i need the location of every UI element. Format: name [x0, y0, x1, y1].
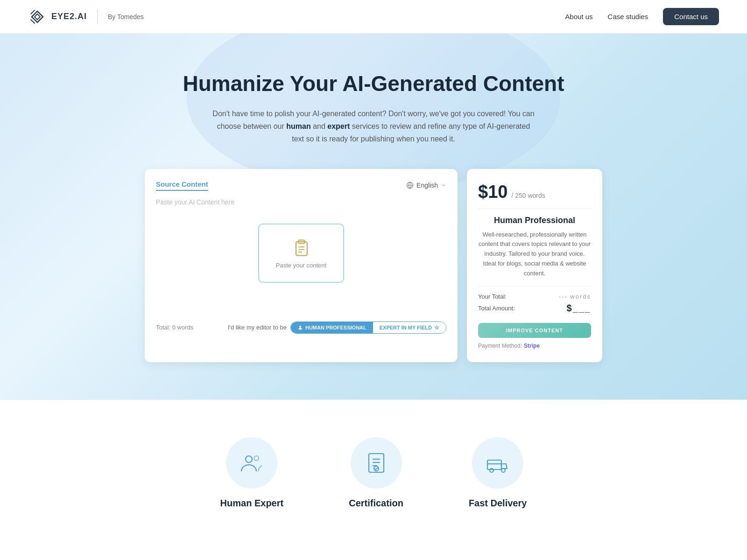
source-card-header: Source Content English	[156, 180, 446, 191]
word-count: Total: 0 words	[156, 324, 193, 331]
person-icon	[297, 325, 303, 330]
feature-label-human-expert: Human Expert	[220, 498, 284, 509]
feature-label-certification: Certification	[349, 498, 403, 509]
total-amount-row: Total Amount: $___	[478, 303, 591, 314]
clipboard-icon	[291, 238, 311, 258]
navbar: EYE2.AI By Tomedes About us Case studies…	[0, 0, 747, 34]
payment-row: Payment Method: Stripe	[478, 343, 591, 349]
source-card: Source Content English Paste your AI Con…	[145, 169, 458, 362]
source-textarea-area[interactable]: Paste your AI Content here Paste your co…	[156, 193, 446, 314]
plan-desc: Well-researched, professionally written …	[478, 230, 591, 279]
feature-human-expert: Human Expert	[220, 437, 284, 509]
human-expert-icon-circle	[226, 437, 277, 489]
svg-point-17	[501, 469, 505, 472]
price-row: $10 / 250 words	[478, 182, 591, 202]
pill-expert-field[interactable]: EXPERT IN MY FIELD ☆	[373, 322, 446, 333]
your-total-value: --- words	[559, 293, 591, 300]
source-placeholder: Paste your AI Content here	[156, 198, 234, 206]
editor-toggle: I'd like my editor to be HUMAN PROFESSIO…	[228, 322, 446, 334]
hero-title: Humanize Your AI-Generated Content	[28, 71, 719, 96]
logo-by: By Tomedes	[108, 13, 144, 21]
svg-rect-15	[487, 460, 501, 469]
logo-text: EYE2.AI	[51, 12, 87, 21]
logo-icon	[28, 7, 47, 26]
language-selector[interactable]: English	[406, 182, 446, 189]
total-amount-label: Total Amount:	[478, 305, 515, 312]
pill-human-professional[interactable]: HUMAN PROFESSIONAL	[291, 322, 373, 333]
total-amount-value: $___	[567, 303, 592, 314]
svg-point-8	[246, 456, 252, 462]
hero-subtitle: Don't have time to polish your AI-genera…	[210, 107, 537, 146]
your-total-label: Your Total:	[478, 293, 507, 300]
certification-icon-circle	[351, 437, 402, 489]
features-row: Human Expert Certification	[28, 437, 719, 509]
price-amount: $10	[478, 182, 507, 202]
people-icon	[240, 451, 264, 475]
hero-bold-expert: expert	[327, 122, 350, 130]
stripe-link[interactable]: Stripe	[524, 343, 540, 349]
chevron-down-icon	[441, 182, 446, 188]
contact-button[interactable]: Contact us	[663, 8, 719, 25]
card-area: Source Content English Paste your AI Con…	[145, 169, 602, 362]
about-link[interactable]: About us	[565, 13, 592, 21]
improve-content-button[interactable]: IMPROVE CONTENT	[478, 323, 591, 338]
source-tab[interactable]: Source Content	[156, 180, 208, 191]
hero-bold-human: human	[286, 122, 310, 130]
feature-certification: Certification	[349, 437, 403, 509]
star-icon: ☆	[434, 324, 439, 331]
language-label: English	[416, 182, 438, 189]
logo: EYE2.AI By Tomedes	[28, 7, 144, 26]
case-studies-link[interactable]: Case studies	[608, 13, 648, 21]
document-icon	[364, 451, 388, 475]
paste-label: Paste your content	[276, 262, 326, 269]
payment-method-label: Payment Method:	[478, 343, 522, 349]
price-per: / 250 words	[511, 192, 545, 199]
plan-name-bold: Professional	[525, 216, 575, 225]
source-footer: Total: 0 words I'd like my editor to be …	[156, 322, 446, 334]
pill2-label: EXPERT IN MY FIELD	[380, 325, 432, 330]
logo-divider	[97, 10, 98, 24]
features-section: Human Expert Certification	[0, 399, 747, 537]
feature-fast-delivery: Fast Delivery	[469, 437, 527, 509]
globe-icon	[406, 182, 414, 189]
fast-delivery-icon-circle	[472, 437, 523, 489]
feature-label-fast-delivery: Fast Delivery	[469, 498, 527, 509]
pill1-label: HUMAN PROFESSIONAL	[305, 325, 366, 330]
nav-links: About us Case studies Contact us	[565, 8, 719, 25]
plan-name: Human Professional	[478, 216, 591, 225]
pricing-divider	[478, 209, 591, 209]
editor-prompt: I'd like my editor to be	[228, 324, 287, 331]
toggle-pills[interactable]: HUMAN PROFESSIONAL EXPERT IN MY FIELD ☆	[290, 322, 446, 334]
svg-point-7	[299, 326, 301, 328]
paste-box[interactable]: Paste your content	[258, 224, 344, 283]
hero-section: Humanize Your AI-Generated Content Don't…	[0, 34, 747, 399]
svg-point-9	[254, 456, 259, 461]
pricing-card: $10 / 250 words Human Professional Well-…	[467, 169, 602, 362]
your-total-row: Your Total: --- words	[478, 293, 591, 300]
truck-icon	[486, 451, 510, 475]
totals-divider	[478, 286, 591, 287]
